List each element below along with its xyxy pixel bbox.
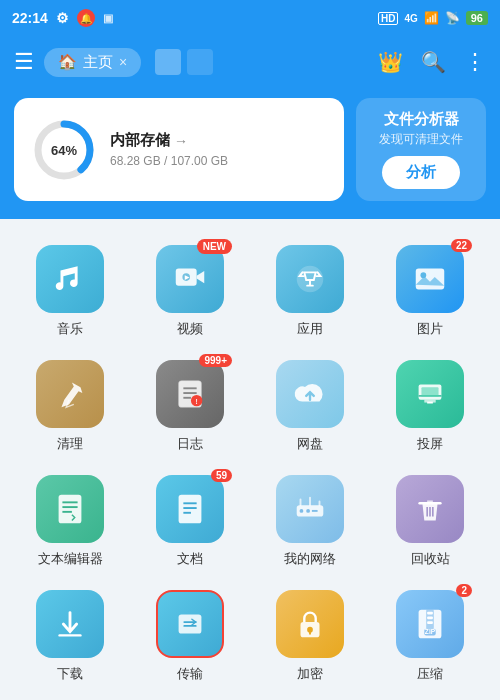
crown-icon[interactable]: 👑 [378,50,403,74]
grid-item-投屏[interactable]: 投屏 [370,350,490,465]
tab-placeholder-2 [187,49,213,75]
badge-视频: NEW [197,239,232,254]
grid-item-传输[interactable]: 传输 [130,580,250,695]
app-grid: 音乐 NEW视频 应用 22图片 清理 ! 999+日志 网盘 投屏 [10,235,490,695]
home-tab[interactable]: 🏠 主页 × [44,48,141,77]
grid-item-网盘[interactable]: 网盘 [250,350,370,465]
header-area: 64% 内部存储 → 68.28 GB / 107.00 GB 文件分析器 发现… [0,88,500,219]
tab-close-button[interactable]: × [119,54,127,70]
grid-item-视频[interactable]: NEW视频 [130,235,250,350]
hd-icon: HD [378,12,398,25]
storage-title: 内部存储 → [110,131,326,150]
grid-label-5: 日志 [177,435,203,453]
badge-文档: 59 [211,469,232,482]
grid-label-12: 下载 [57,665,83,683]
grid-label-7: 投屏 [417,435,443,453]
app-icon-9: 59 [156,475,224,543]
toolbar-right-icons: 👑 🔍 ⋮ [378,49,486,75]
badge-日志: 999+ [199,354,232,367]
battery-display: 96 [466,11,488,25]
grid-item-文本编辑器[interactable]: 文本编辑器 [10,465,130,580]
signal-icon: 📶 [424,11,439,25]
storage-donut: 64% [32,118,96,182]
status-left: 22:14 ⚙ 🔔 ▣ [12,9,113,27]
grid-label-10: 我的网络 [284,550,336,568]
settings-icon: ⚙ [56,10,69,26]
svg-rect-4 [416,269,445,290]
grid-item-音乐[interactable]: 音乐 [10,235,130,350]
toolbar: ☰ 🏠 主页 × 👑 🔍 ⋮ [0,36,500,88]
app-icon-14 [276,590,344,658]
svg-text:!: ! [196,398,198,405]
home-tab-label: 主页 [83,53,113,72]
app-icon-13 [156,590,224,658]
app-icon-12 [36,590,104,658]
svg-rect-40 [427,612,433,615]
analyze-button[interactable]: 分析 [382,156,460,189]
4g-icon: 4G [404,13,417,24]
svg-point-27 [306,509,310,513]
grid-label-9: 文档 [177,550,203,568]
grid-label-14: 加密 [297,665,323,683]
grid-label-11: 回收站 [411,550,450,568]
status-bar: 22:14 ⚙ 🔔 ▣ HD 4G 📶 📡 96 [0,0,500,36]
extra-icon: ▣ [103,12,113,25]
tab-placeholders [155,49,213,75]
app-icon-11 [396,475,464,543]
analyzer-title: 文件分析器 [384,110,459,129]
svg-rect-34 [179,615,202,634]
svg-rect-41 [427,616,433,619]
grid-item-清理[interactable]: 清理 [10,350,130,465]
svg-rect-16 [421,387,438,397]
search-button[interactable]: 🔍 [421,50,446,74]
grid-label-6: 网盘 [297,435,323,453]
grid-item-压缩[interactable]: ZIP 2压缩 [370,580,490,695]
app-icon-4 [36,360,104,428]
grid-item-图片[interactable]: 22图片 [370,235,490,350]
grid-item-日志[interactable]: ! 999+日志 [130,350,250,465]
menu-button[interactable]: ☰ [14,49,34,75]
app-icon-5: ! 999+ [156,360,224,428]
grid-item-加密[interactable]: 加密 [250,580,370,695]
app-icon-3: 22 [396,245,464,313]
app-icon-1: NEW [156,245,224,313]
analyzer-card: 文件分析器 发现可清理文件 分析 [356,98,486,201]
notification-icon: 🔔 [77,9,95,27]
wifi-icon: 📡 [445,11,460,25]
app-icon-6 [276,360,344,428]
status-right: HD 4G 📶 📡 96 [378,11,488,25]
svg-text:ZIP: ZIP [425,628,436,635]
app-icon-15: ZIP 2 [396,590,464,658]
grid-label-2: 应用 [297,320,323,338]
grid-item-我的网络[interactable]: 我的网络 [250,465,370,580]
app-icon-8 [36,475,104,543]
status-time: 22:14 [12,10,48,26]
grid-label-4: 清理 [57,435,83,453]
grid-label-8: 文本编辑器 [38,550,103,568]
grid-item-回收站[interactable]: 回收站 [370,465,490,580]
grid-area: 音乐 NEW视频 应用 22图片 清理 ! 999+日志 网盘 投屏 [0,219,500,700]
badge-图片: 22 [451,239,472,252]
grid-item-应用[interactable]: 应用 [250,235,370,350]
svg-rect-17 [59,495,82,524]
badge-压缩: 2 [456,584,472,597]
app-icon-2 [276,245,344,313]
more-button[interactable]: ⋮ [464,49,486,75]
grid-label-0: 音乐 [57,320,83,338]
grid-label-1: 视频 [177,320,203,338]
grid-label-3: 图片 [417,320,443,338]
storage-card[interactable]: 64% 内部存储 → 68.28 GB / 107.00 GB [14,98,344,201]
tab-placeholder-1 [155,49,181,75]
app-icon-0 [36,245,104,313]
analyzer-subtitle: 发现可清理文件 [379,131,463,148]
grid-label-15: 压缩 [417,665,443,683]
home-icon: 🏠 [58,53,77,71]
svg-point-26 [300,509,304,513]
grid-item-文档[interactable]: 59文档 [130,465,250,580]
svg-rect-42 [427,621,433,624]
app-icon-7 [396,360,464,428]
storage-usage: 68.28 GB / 107.00 GB [110,154,326,168]
app-icon-10 [276,475,344,543]
storage-percent: 64% [51,142,77,157]
grid-item-下载[interactable]: 下载 [10,580,130,695]
